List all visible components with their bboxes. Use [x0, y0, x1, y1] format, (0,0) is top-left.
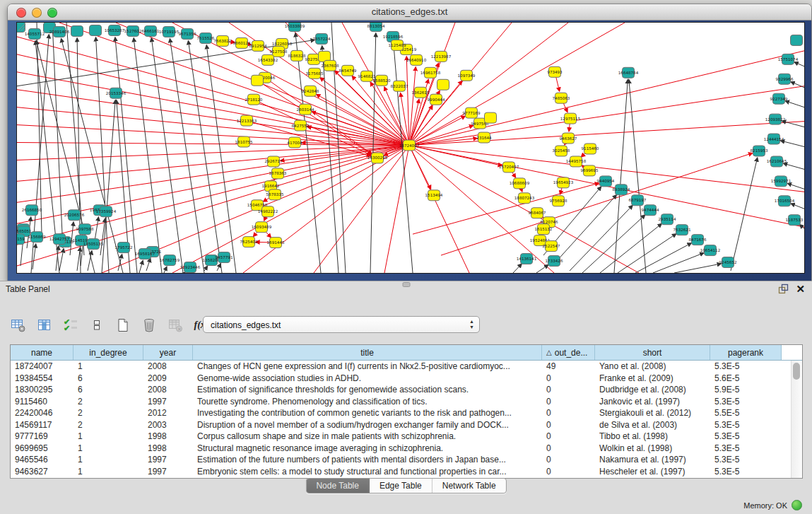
column-header-in_degree[interactable]: in_degree — [73, 345, 143, 360]
cell[interactable]: 5.3E-5 — [710, 431, 782, 441]
cell[interactable]: 0 — [542, 431, 595, 441]
minimize-window-button[interactable] — [32, 8, 42, 18]
cell[interactable]: Nakamura et al. (1997) — [595, 455, 710, 465]
column-display-icon[interactable] — [36, 317, 53, 334]
cell[interactable]: 0 — [542, 397, 595, 407]
table-rows-icon[interactable] — [88, 317, 105, 334]
table-row[interactable]: 977716911998Corpus callosum shape and si… — [11, 431, 802, 443]
cell[interactable]: Changes of HCN gene expression and I(f) … — [193, 361, 542, 371]
cell[interactable]: 1 — [73, 431, 143, 441]
column-header-short[interactable]: short — [595, 345, 710, 360]
cell[interactable]: 2009 — [143, 373, 193, 383]
cell[interactable]: 1 — [73, 455, 143, 465]
table-row[interactable]: 1830029562008Estimation of significance … — [11, 384, 802, 396]
table-row[interactable]: 911546021997Tourette syndrome. Phenomeno… — [11, 396, 802, 408]
cell[interactable]: Franke et al. (2009) — [595, 373, 710, 383]
cell[interactable]: 0 — [542, 385, 595, 395]
cell[interactable]: 1998 — [143, 431, 193, 441]
cell[interactable]: 9115460 — [11, 397, 73, 407]
close-window-button[interactable] — [16, 8, 26, 18]
cell[interactable]: 1 — [73, 467, 143, 477]
table-row[interactable]: 2242004622012Investigating the contribut… — [11, 407, 802, 419]
cell[interactable]: 1 — [73, 443, 143, 453]
table-row[interactable]: 946362711997Embryonic stem cells: a mode… — [11, 466, 802, 478]
cell[interactable]: 2 — [73, 420, 143, 430]
table-settings-icon[interactable] — [10, 317, 27, 334]
delete-table-icon[interactable] — [141, 317, 158, 334]
cell[interactable]: 22420046 — [11, 408, 73, 418]
cell[interactable]: 1997 — [143, 467, 193, 477]
cell[interactable]: 49 — [542, 361, 595, 371]
cell[interactable]: 5.3E-5 — [710, 455, 782, 465]
cell[interactable]: 1997 — [143, 455, 193, 465]
cell[interactable]: Dudbridge et al. (2008) — [595, 385, 710, 395]
table-row[interactable]: 1872400712008Changes of HCN gene express… — [11, 361, 802, 373]
cell[interactable]: Hescheler et al. (1997) — [595, 467, 710, 477]
tab-node-table[interactable]: Node Table — [306, 479, 370, 493]
cell[interactable]: 5.3E-5 — [710, 361, 782, 371]
cell[interactable]: Wolkin et al. (1998) — [595, 443, 710, 453]
cell[interactable]: 1997 — [143, 397, 193, 407]
cell[interactable]: 5.3E-5 — [710, 467, 782, 477]
cell[interactable]: 5.3E-5 — [710, 420, 782, 430]
table-row[interactable]: 1456911722003Disruption of a novel membe… — [11, 419, 802, 431]
cell[interactable]: Tourette syndrome. Phenomenology and cla… — [193, 397, 542, 407]
cell[interactable]: Jankovic et al. (1997) — [595, 397, 710, 407]
cell[interactable]: 18724007 — [11, 361, 73, 371]
cell[interactable]: 5.3E-5 — [710, 397, 782, 407]
cell[interactable]: 2012 — [143, 408, 193, 418]
cell[interactable]: Investigating the contribution of common… — [193, 408, 542, 418]
resize-grip-icon[interactable] — [16, 22, 804, 272]
cell[interactable]: 6 — [73, 373, 143, 383]
cell[interactable]: 5.3E-5 — [710, 443, 782, 453]
cell[interactable]: Estimation of the future numbers of pati… — [193, 455, 542, 465]
column-header-out_de[interactable]: △out_de... — [542, 345, 595, 360]
column-header-name[interactable]: name — [11, 345, 73, 360]
cell[interactable]: 19384554 — [11, 373, 73, 383]
column-header-year[interactable]: year — [143, 345, 193, 360]
cell[interactable]: Disruption of a novel member of a sodium… — [193, 420, 542, 430]
delete-column-icon[interactable]: ✕ — [167, 317, 184, 334]
close-panel-icon[interactable]: ✕ — [796, 284, 805, 294]
column-header-title[interactable]: title — [193, 345, 542, 360]
cell[interactable]: 5.5E-5 — [710, 408, 782, 418]
cell[interactable]: 0 — [542, 420, 595, 430]
select-columns-icon[interactable]: ✔✔ — [62, 317, 79, 334]
cell[interactable]: 2008 — [143, 361, 193, 371]
cell[interactable]: 0 — [542, 373, 595, 383]
float-panel-icon[interactable] — [778, 284, 789, 294]
cell[interactable]: 1 — [73, 361, 143, 371]
cell[interactable]: Corpus callosum shape and size in male p… — [193, 431, 542, 441]
cell[interactable]: 0 — [542, 408, 595, 418]
cell[interactable]: 5.9E-5 — [710, 385, 782, 395]
cell[interactable]: 2 — [73, 408, 143, 418]
cell[interactable]: 9463627 — [11, 467, 73, 477]
table-row[interactable]: 969969511998Structural magnetic resonanc… — [11, 443, 802, 455]
tab-edge-table[interactable]: Edge Table — [370, 479, 433, 493]
cell[interactable]: Stergiakouli et al. (2012) — [595, 408, 710, 418]
cell[interactable]: Yano et al. (2008) — [595, 361, 710, 371]
tab-network-table[interactable]: Network Table — [433, 479, 506, 493]
network-canvas[interactable]: 1405571220891406106532871527602646616110… — [16, 22, 805, 274]
cell[interactable]: 2003 — [143, 420, 193, 430]
table-row[interactable]: 946554611997Estimation of the future num… — [11, 454, 802, 466]
cell[interactable]: Embryonic stem cells: a model to study s… — [193, 467, 542, 477]
cell[interactable]: 0 — [542, 443, 595, 453]
cell[interactable]: 9699695 — [11, 443, 73, 453]
scrollbar-thumb[interactable] — [793, 363, 800, 380]
cell[interactable]: 2 — [73, 397, 143, 407]
vertical-scrollbar[interactable] — [791, 361, 802, 478]
table-selector-dropdown[interactable]: citations_edges.txt ▲▼ — [203, 316, 480, 333]
cell[interactable]: 9465546 — [11, 455, 73, 465]
cell[interactable]: 14569117 — [11, 420, 73, 430]
cell[interactable]: de Silva et al. (2003) — [595, 420, 710, 430]
cell[interactable]: 1998 — [143, 443, 193, 453]
column-header-pagerank[interactable]: pagerank — [710, 345, 782, 360]
cell[interactable]: 6 — [73, 385, 143, 395]
new-table-icon[interactable] — [114, 317, 131, 334]
cell[interactable]: 0 — [542, 455, 595, 465]
zoom-window-button[interactable] — [47, 8, 57, 18]
network-window-titlebar[interactable]: citations_edges.txt — [8, 4, 811, 21]
cell[interactable]: Estimation of significance thresholds fo… — [193, 385, 542, 395]
cell[interactable]: Structural magnetic resonance image aver… — [193, 443, 542, 453]
